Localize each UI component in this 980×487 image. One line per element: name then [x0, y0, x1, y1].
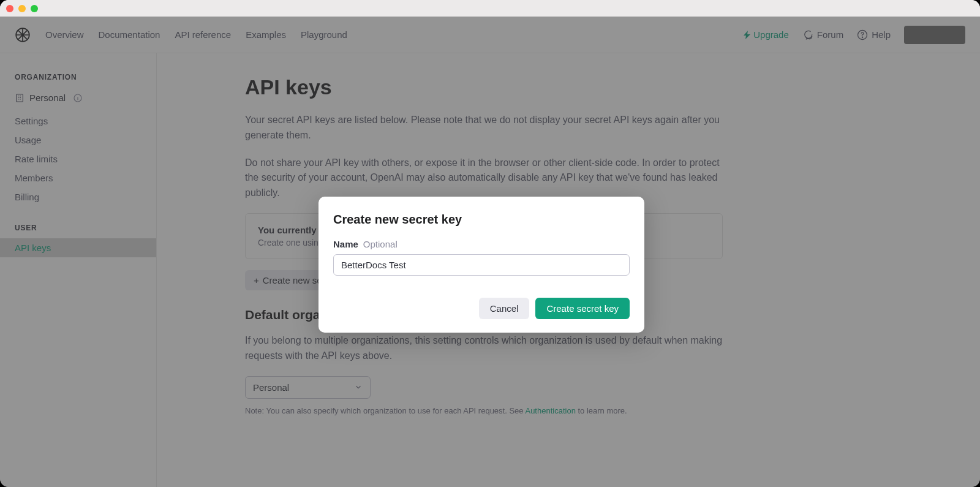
create-key-modal: Create new secret key Name Optional Canc… — [318, 197, 644, 333]
cancel-button[interactable]: Cancel — [479, 298, 530, 319]
mac-titlebar — [0, 0, 980, 17]
name-field-optional: Optional — [363, 239, 398, 249]
modal-title: Create new secret key — [333, 213, 630, 227]
name-field-label: Name — [333, 239, 358, 249]
create-secret-key-submit-button[interactable]: Create secret key — [535, 298, 630, 319]
window-zoom-dot[interactable] — [31, 5, 38, 12]
key-name-input[interactable] — [333, 254, 630, 276]
window-close-dot[interactable] — [6, 5, 13, 12]
window-minimize-dot[interactable] — [18, 5, 26, 12]
